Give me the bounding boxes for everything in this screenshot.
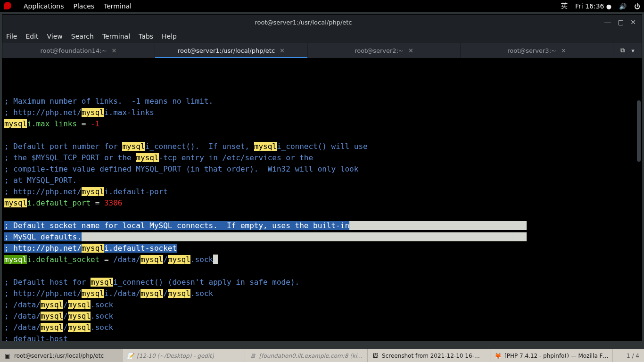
text-cursor: [213, 255, 218, 264]
menu-help[interactable]: Help: [162, 33, 177, 40]
menu-file[interactable]: File: [6, 33, 17, 40]
task-gedit[interactable]: 📝 [12-10 (~/Desktop) - gedit]: [123, 349, 245, 362]
close-icon[interactable]: ✕: [112, 47, 117, 54]
editor-content: ; Maximum number of links. -1 means no l…: [4, 97, 527, 341]
close-icon[interactable]: ✕: [408, 47, 413, 54]
chevron-down-icon[interactable]: ▾: [631, 47, 635, 54]
task-screenshot[interactable]: 🖼 Screenshot from 2021-12-10 16-…: [368, 349, 490, 362]
power-icon[interactable]: ⏻: [634, 3, 640, 10]
gnome-topbar: Applications Places Terminal 英 Fri 16:36…: [0, 0, 644, 12]
task-label: [PHP 7.4.12 - phpinfo() — Mozilla F…: [504, 353, 609, 359]
terminal-icon: ▣: [4, 352, 11, 360]
tab-label: root@server2:~: [355, 47, 404, 54]
tab-server1[interactable]: root@server1:/usr/local/php/etc ✕: [155, 43, 308, 58]
scrollbar[interactable]: [637, 100, 641, 162]
menubar: File Edit View Search Terminal Tabs Help: [2, 30, 642, 43]
ime-indicator[interactable]: 英: [561, 2, 568, 10]
task-kiosk[interactable]: 🖥 [foundation0.ilt.example.com:8 (kio…: [245, 349, 368, 362]
volume-icon[interactable]: 🔊: [619, 3, 627, 10]
titlebar[interactable]: root@server1:/usr/local/php/etc ― ▢ ✕: [2, 15, 642, 30]
tab-overflow[interactable]: ⧉ ▾: [613, 43, 642, 58]
task-label: Screenshot from 2021-12-10 16-…: [382, 353, 480, 359]
menu-places[interactable]: Places: [74, 2, 95, 10]
tab-label: root@foundation14:~: [41, 47, 107, 54]
redhat-icon: [4, 2, 14, 11]
task-label: [foundation0.ilt.example.com:8 (kio…: [259, 353, 363, 359]
new-tab-icon[interactable]: ⧉: [620, 47, 625, 54]
gnome-taskbar: ▣ root@server1:/usr/local/php/etc 📝 [12-…: [0, 349, 644, 362]
menu-edit[interactable]: Edit: [25, 33, 38, 40]
gedit-icon: 📝: [126, 352, 134, 360]
tab-label: root@server1:/usr/local/php/etc: [178, 47, 275, 54]
firefox-icon: 🦊: [494, 352, 502, 360]
tab-server2[interactable]: root@server2:~ ✕: [308, 43, 461, 58]
menu-search[interactable]: Search: [71, 33, 94, 40]
minimize-button[interactable]: ―: [604, 18, 611, 26]
menu-applications[interactable]: Applications: [24, 2, 64, 10]
workspace-indicator[interactable]: 1 / 4: [622, 353, 644, 359]
image-icon: 🖼: [372, 352, 379, 360]
tab-bar: root@foundation14:~ ✕ root@server1:/usr/…: [2, 43, 642, 58]
terminal-body[interactable]: ; Maximum number of links. -1 means no l…: [2, 58, 642, 341]
menu-tabs[interactable]: Tabs: [139, 33, 153, 40]
task-label: root@server1:/usr/local/php/etc: [14, 353, 104, 359]
clock[interactable]: Fri 16:36 ●: [575, 2, 611, 10]
close-icon[interactable]: ✕: [280, 47, 285, 54]
tab-foundation14[interactable]: root@foundation14:~ ✕: [2, 43, 155, 58]
task-terminal[interactable]: ▣ root@server1:/usr/local/php/etc: [0, 349, 123, 362]
menu-view[interactable]: View: [47, 33, 63, 40]
maximize-button[interactable]: ▢: [618, 18, 624, 26]
close-button[interactable]: ✕: [630, 18, 636, 26]
menu-terminal[interactable]: Terminal: [102, 33, 130, 40]
vm-icon: 🖥: [249, 352, 256, 360]
menu-terminal[interactable]: Terminal: [104, 2, 132, 10]
tab-label: root@server3:~: [507, 47, 556, 54]
tab-server3[interactable]: root@server3:~ ✕: [461, 43, 613, 58]
terminal-window: root@server1:/usr/local/php/etc ― ▢ ✕ Fi…: [2, 14, 642, 341]
close-icon[interactable]: ✕: [561, 47, 566, 54]
task-label: [12-10 (~/Desktop) - gedit]: [137, 353, 214, 359]
window-title: root@server1:/usr/local/php/etc: [255, 19, 352, 26]
task-firefox[interactable]: 🦊 [PHP 7.4.12 - phpinfo() — Mozilla F…: [490, 349, 613, 362]
